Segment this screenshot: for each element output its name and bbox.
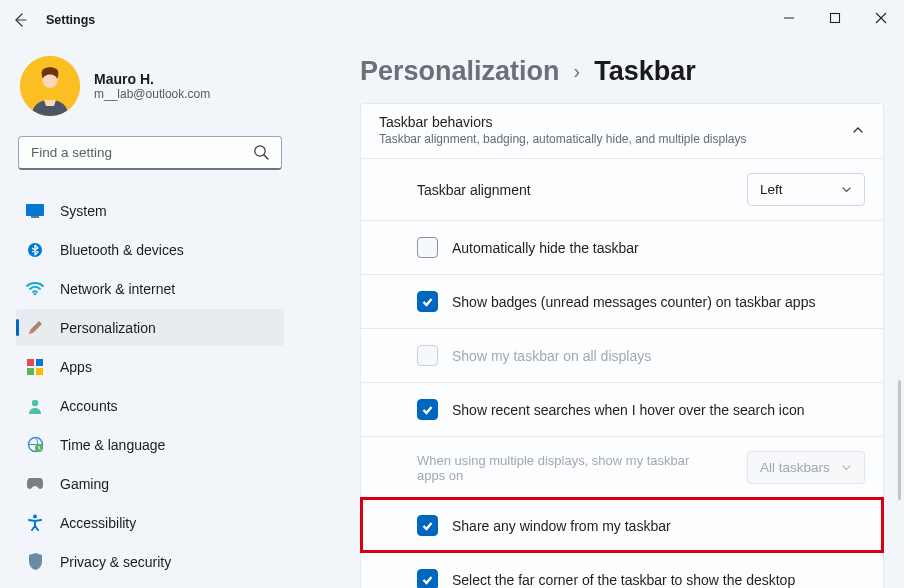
sidebar: Mauro H. m__lab@outlook.com System Bluet… — [0, 44, 300, 580]
nav-label: Personalization — [60, 320, 156, 336]
sidebar-item-bluetooth[interactable]: Bluetooth & devices — [16, 231, 284, 268]
recent-search-label: Show recent searches when I hover over t… — [452, 402, 865, 418]
all-displays-checkbox — [417, 345, 438, 366]
section-subtitle: Taskbar alignment, badging, automaticall… — [379, 132, 747, 146]
svg-rect-9 — [31, 216, 39, 218]
title-bar: Settings — [0, 0, 904, 40]
sidebar-item-network[interactable]: Network & internet — [16, 270, 284, 307]
arrow-left-icon — [12, 12, 28, 28]
multi-label: When using multiple displays, show my ta… — [417, 453, 697, 483]
far-corner-label: Select the far corner of the taskbar to … — [452, 572, 865, 588]
chevron-right-icon: › — [574, 60, 581, 83]
nav-label: Gaming — [60, 476, 109, 492]
nav-label: Privacy & security — [60, 554, 171, 570]
check-icon — [421, 403, 434, 416]
back-button[interactable] — [0, 0, 40, 40]
autohide-label: Automatically hide the taskbar — [452, 240, 865, 256]
maximize-button[interactable] — [812, 0, 858, 36]
sidebar-item-apps[interactable]: Apps — [16, 348, 284, 385]
sidebar-item-accounts[interactable]: Accounts — [16, 387, 284, 424]
sidebar-item-time[interactable]: Time & language — [16, 426, 284, 463]
sidebar-item-privacy[interactable]: Privacy & security — [16, 543, 284, 580]
search-icon — [253, 144, 270, 161]
section-header[interactable]: Taskbar behaviors Taskbar alignment, bad… — [361, 104, 883, 158]
svg-rect-2 — [831, 14, 840, 23]
nav-label: Bluetooth & devices — [60, 242, 184, 258]
chevron-down-icon — [841, 462, 852, 473]
row-multi-displays: When using multiple displays, show my ta… — [361, 436, 883, 498]
row-alignment: Taskbar alignment Left — [361, 158, 883, 220]
row-badges: Show badges (unread messages counter) on… — [361, 274, 883, 328]
nav-label: System — [60, 203, 107, 219]
breadcrumb-current: Taskbar — [594, 56, 696, 87]
check-icon — [421, 573, 434, 586]
profile-email: m__lab@outlook.com — [94, 87, 210, 101]
bluetooth-icon — [26, 241, 44, 259]
badges-label: Show badges (unread messages counter) on… — [452, 294, 865, 310]
chevron-up-icon — [851, 123, 865, 137]
badges-checkbox[interactable] — [417, 291, 438, 312]
svg-rect-15 — [36, 368, 43, 375]
apps-icon — [26, 358, 44, 376]
svg-rect-13 — [36, 359, 43, 366]
dropdown-value: All taskbars — [760, 460, 830, 475]
nav-label: Accounts — [60, 398, 118, 414]
nav-list: System Bluetooth & devices Network & int… — [16, 192, 284, 580]
autohide-checkbox[interactable] — [417, 237, 438, 258]
maximize-icon — [829, 12, 841, 24]
recent-search-checkbox[interactable] — [417, 399, 438, 420]
minimize-icon — [783, 12, 795, 24]
close-icon — [875, 12, 887, 24]
all-displays-label: Show my taskbar on all displays — [452, 348, 865, 364]
share-window-label: Share any window from my taskbar — [452, 518, 865, 534]
sidebar-item-gaming[interactable]: Gaming — [16, 465, 284, 502]
close-button[interactable] — [858, 0, 904, 36]
scrollbar[interactable] — [898, 380, 901, 500]
svg-rect-12 — [27, 359, 34, 366]
search-wrap — [16, 136, 284, 170]
check-icon — [421, 519, 434, 532]
minimize-button[interactable] — [766, 0, 812, 36]
profile-block[interactable]: Mauro H. m__lab@outlook.com — [16, 56, 284, 116]
shield-icon — [26, 553, 44, 571]
svg-point-16 — [32, 399, 38, 405]
window-controls — [766, 0, 904, 36]
section-title: Taskbar behaviors — [379, 114, 747, 130]
gamepad-icon — [26, 475, 44, 493]
search-input[interactable] — [18, 136, 282, 170]
svg-line-7 — [264, 155, 268, 159]
main-content: Personalization › Taskbar Taskbar behavi… — [360, 56, 884, 588]
paintbrush-icon — [26, 319, 44, 337]
clock-globe-icon — [26, 436, 44, 454]
wifi-icon — [26, 280, 44, 298]
dropdown-value: Left — [760, 182, 783, 197]
avatar — [20, 56, 80, 116]
sidebar-item-system[interactable]: System — [16, 192, 284, 229]
nav-label: Time & language — [60, 437, 165, 453]
system-icon — [26, 202, 44, 220]
row-all-displays: Show my taskbar on all displays — [361, 328, 883, 382]
far-corner-checkbox[interactable] — [417, 569, 438, 588]
window-title: Settings — [46, 13, 95, 27]
nav-label: Network & internet — [60, 281, 175, 297]
accessibility-icon — [26, 514, 44, 532]
row-share-window: Share any window from my taskbar — [361, 498, 883, 552]
chevron-down-icon — [841, 184, 852, 195]
multi-dropdown: All taskbars — [747, 451, 865, 484]
nav-label: Apps — [60, 359, 92, 375]
svg-rect-14 — [27, 368, 34, 375]
svg-point-11 — [34, 292, 37, 295]
breadcrumb-parent[interactable]: Personalization — [360, 56, 560, 87]
profile-name: Mauro H. — [94, 71, 210, 87]
share-window-checkbox[interactable] — [417, 515, 438, 536]
row-far-corner: Select the far corner of the taskbar to … — [361, 552, 883, 588]
svg-point-19 — [33, 515, 37, 519]
alignment-dropdown[interactable]: Left — [747, 173, 865, 206]
alignment-label: Taskbar alignment — [417, 182, 747, 198]
person-icon — [26, 397, 44, 415]
svg-rect-8 — [26, 204, 44, 216]
check-icon — [421, 295, 434, 308]
sidebar-item-personalization[interactable]: Personalization — [16, 309, 284, 346]
nav-label: Accessibility — [60, 515, 136, 531]
sidebar-item-accessibility[interactable]: Accessibility — [16, 504, 284, 541]
